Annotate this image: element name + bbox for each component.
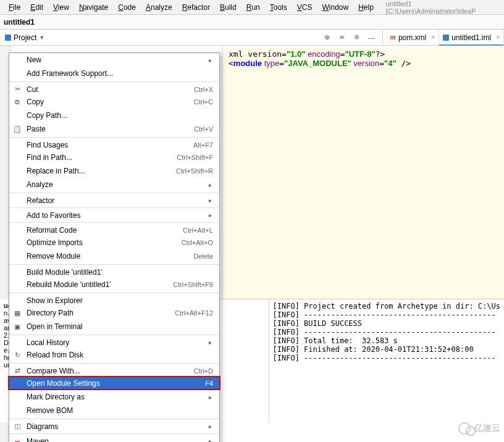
action-icon: ↻ — [13, 351, 22, 359]
menu-help[interactable]: Help — [353, 2, 379, 13]
editor-tabs: mpom.xml×untitled1.iml× — [382, 30, 504, 45]
ctx-replace-in-path[interactable]: Replace in Path...Ctrl+Shift+R — [9, 164, 219, 178]
breadcrumb: untitled1 — [0, 15, 504, 30]
ctx-remove-bom[interactable]: Remove BOM — [9, 404, 219, 417]
menu-refactor[interactable]: Refactor — [177, 2, 215, 13]
ctx-reload-from-disk[interactable]: ↻Reload from Disk — [9, 348, 219, 362]
ctx-open-in-terminal[interactable]: ▣Open in Terminal — [9, 320, 219, 333]
code-editor[interactable]: xml version="1.0" encoding="UTF-8"?> <mo… — [222, 46, 504, 299]
ctx-rebuild-module-untitled1[interactable]: Rebuild Module 'untitled1'Ctrl+Shift+F9 — [9, 278, 219, 291]
ctx-mark-directory-as[interactable]: Mark Directory as▸ — [9, 390, 219, 404]
menubar: FileEditViewNavigateCodeAnalyzeRefactorB… — [0, 0, 504, 15]
logo-icon — [458, 422, 471, 435]
tab-untitled1-iml[interactable]: untitled1.iml× — [439, 30, 504, 45]
chevron-right-icon: ▸ — [209, 212, 212, 219]
chevron-down-icon: ▼ — [39, 35, 44, 41]
maven-icon: m — [390, 33, 396, 42]
ctx-paste[interactable]: 📋PasteCtrl+V — [9, 122, 219, 136]
menu-run[interactable]: Run — [242, 2, 265, 13]
maven-icon: m — [13, 438, 22, 443]
menu-vcs[interactable]: VCS — [292, 2, 317, 13]
watermark: 亿速云 — [458, 422, 500, 435]
ctx-local-history[interactable]: Local History▸ — [9, 335, 219, 348]
menu-tools[interactable]: Tools — [265, 2, 292, 13]
menu-analyze[interactable]: Analyze — [141, 2, 177, 13]
context-menu: New▸Add Framework Support...✂CutCtrl+X⧉C… — [9, 52, 220, 442]
menu-view[interactable]: View — [48, 2, 74, 13]
ctx-optimize-imports[interactable]: Optimize ImportsCtrl+Alt+O — [9, 236, 219, 249]
chevron-right-icon: ▸ — [209, 181, 212, 188]
close-icon[interactable]: × — [431, 34, 435, 41]
ctx-find-usages[interactable]: Find UsagesAlt+F7 — [9, 137, 219, 151]
window-title-hint: untitled1 [C:\Users\Administrator\IdeaP — [386, 0, 500, 15]
ctx-build-module-untitled1[interactable]: Build Module 'untitled1' — [9, 264, 219, 278]
ctx-analyze[interactable]: Analyze▸ — [9, 178, 219, 191]
action-icon: ⇄ — [13, 367, 22, 375]
project-dropdown[interactable]: Project ▼ — [0, 33, 49, 42]
action-icon: 📋 — [13, 125, 22, 133]
ctx-remove-module[interactable]: Remove ModuleDelete — [9, 249, 219, 263]
action-icon: ▦ — [13, 309, 22, 317]
menu-build[interactable]: Build — [215, 2, 242, 13]
close-icon[interactable]: × — [496, 34, 500, 41]
ctx-cut[interactable]: ✂CutCtrl+X — [9, 81, 219, 95]
ctx-diagrams[interactable]: ◫Diagrams▸ — [9, 419, 219, 432]
ctx-add-to-favorites[interactable]: Add to Favorites▸ — [9, 207, 219, 221]
ctx-directory-path[interactable]: ▦Directory PathCtrl+Alt+F12 — [9, 306, 219, 320]
action-icon: ✂ — [13, 85, 22, 93]
file-icon — [443, 35, 449, 41]
menu-code[interactable]: Code — [113, 2, 141, 13]
console-output[interactable]: [INFO] Project created from Archetype in… — [269, 299, 504, 422]
expand-icon[interactable]: ≑ — [338, 33, 346, 42]
project-toolbar: Project ▼ ⊕ ≑ ✲ — mpom.xml×untitled1.iml… — [0, 30, 504, 46]
action-icon: ◫ — [13, 422, 22, 430]
tab-pom-xml[interactable]: mpom.xml× — [387, 30, 440, 45]
chevron-right-icon: ▸ — [209, 197, 212, 204]
action-icon: ▣ — [13, 323, 22, 331]
ctx-show-in-explorer[interactable]: Show in Explorer — [9, 293, 219, 306]
ctx-copy[interactable]: ⧉CopyCtrl+C — [9, 95, 219, 109]
action-icon: ⧉ — [13, 98, 22, 106]
menu-navigate[interactable]: Navigate — [74, 2, 113, 13]
chevron-right-icon: ▸ — [209, 339, 212, 346]
ctx-open-module-settings[interactable]: Open Module SettingsF4 — [9, 377, 219, 390]
project-label: Project — [14, 33, 36, 42]
ctx-add-framework-support[interactable]: Add Framework Support... — [9, 67, 219, 80]
ctx-new[interactable]: New▸ — [9, 53, 219, 67]
breadcrumb-text: untitled1 — [4, 18, 35, 27]
menu-file[interactable]: File — [4, 2, 25, 13]
locate-icon[interactable]: ⊕ — [323, 33, 332, 42]
ctx-copy-path[interactable]: Copy Path... — [9, 109, 219, 122]
ctx-refactor[interactable]: Refactor▸ — [9, 193, 219, 206]
menu-edit[interactable]: Edit — [25, 2, 48, 13]
ctx-reformat-code[interactable]: Reformat CodeCtrl+Alt+L — [9, 222, 219, 236]
chevron-right-icon: ▸ — [209, 438, 212, 442]
ctx-compare-with[interactable]: ⇄Compare With...Ctrl+D — [9, 363, 219, 377]
project-icon — [5, 35, 11, 41]
menu-window[interactable]: Window — [317, 2, 353, 13]
chevron-right-icon: ▸ — [209, 423, 212, 430]
gear-icon[interactable]: ✲ — [353, 33, 361, 42]
chevron-right-icon: ▸ — [209, 57, 212, 64]
hide-icon[interactable]: — — [368, 33, 376, 42]
ctx-find-in-path[interactable]: Find in Path...Ctrl+Shift+F — [9, 151, 219, 164]
ctx-maven[interactable]: mMaven▸ — [9, 433, 219, 442]
chevron-right-icon: ▸ — [209, 394, 212, 401]
